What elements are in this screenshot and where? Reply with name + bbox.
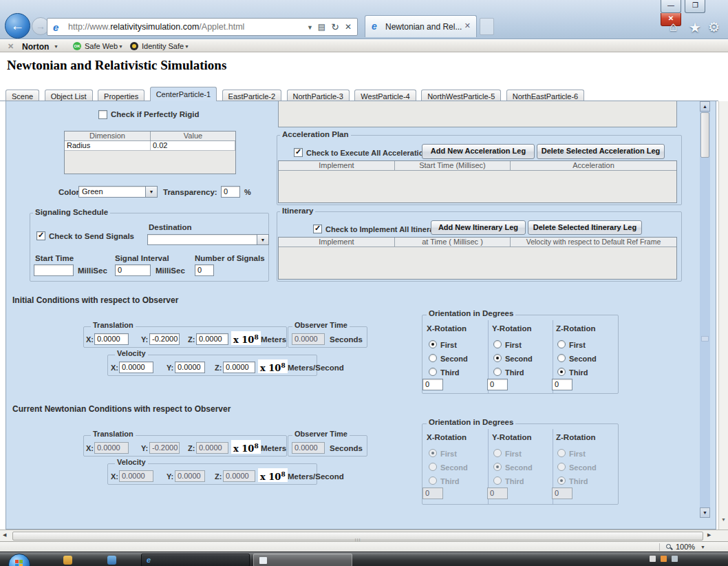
norton-toolbar: ✕ Norton ▼ OK Safe Web ▼ Identity Safe ▼ bbox=[0, 40, 728, 52]
restore-button[interactable]: ❐ bbox=[685, 0, 705, 13]
initial-z-rotation-field[interactable]: 0 bbox=[552, 379, 572, 390]
start-time-field[interactable] bbox=[34, 264, 74, 276]
browser-tab[interactable]: e Newtonian and Rel... ✕ bbox=[365, 15, 477, 37]
ie-favicon: e bbox=[53, 21, 58, 33]
table-row[interactable]: Radius 0.02 bbox=[65, 141, 235, 151]
implement-itineraries-checkbox[interactable] bbox=[313, 224, 322, 233]
tray-icon-1[interactable] bbox=[650, 556, 656, 562]
color-dropdown-arrow-icon[interactable]: ▼ bbox=[145, 187, 157, 197]
initial-y-first-radio[interactable] bbox=[493, 340, 502, 348]
initial-y-second-radio[interactable] bbox=[493, 354, 502, 362]
destination-dropdown[interactable]: ▼ bbox=[147, 234, 269, 245]
current-x-rotation-label: X-Rotation bbox=[427, 433, 467, 441]
current-vy-field: 0.0000 bbox=[175, 470, 205, 482]
minimize-button[interactable]: — bbox=[661, 0, 681, 13]
stop-icon[interactable]: ✕ bbox=[345, 22, 352, 32]
new-tab-button[interactable] bbox=[480, 18, 494, 35]
signal-interval-label: Signal Interval bbox=[115, 254, 169, 262]
horizontal-scroll-thumb[interactable]: ||| bbox=[12, 532, 703, 541]
taskbar-icon-2[interactable] bbox=[107, 556, 116, 565]
address-bar[interactable]: e http://www.relativitysimulation.com/Ap… bbox=[47, 18, 358, 36]
initial-y-third-radio[interactable] bbox=[493, 368, 502, 376]
zoom-level[interactable]: 100% bbox=[676, 543, 695, 551]
initial-tz-field[interactable]: 0.0000 bbox=[196, 333, 228, 345]
num-signals-field[interactable]: 0 bbox=[195, 264, 214, 276]
current-vz-label: Z: bbox=[215, 472, 222, 481]
initial-tx-field[interactable]: 0.0000 bbox=[94, 333, 129, 345]
current-y-first-radio bbox=[493, 449, 502, 457]
identity-safe-menu[interactable]: Identity Safe bbox=[142, 42, 184, 50]
scroll-up-icon[interactable]: ▲ bbox=[700, 101, 710, 112]
scroll-marker bbox=[701, 336, 709, 342]
horizontal-scrollbar[interactable]: ◀ ||| ▶ bbox=[0, 530, 728, 541]
initial-ty-field[interactable]: -0.2000 bbox=[149, 333, 180, 345]
norton-menu[interactable]: Norton bbox=[22, 42, 49, 52]
browser-scroll-down-icon[interactable]: ▼ bbox=[721, 517, 726, 522]
favorites-icon[interactable]: ★ bbox=[689, 19, 701, 36]
norton-caret-icon: ▼ bbox=[54, 44, 58, 49]
transparency-label: Transparency: bbox=[163, 188, 217, 196]
send-signals-label: Check to Send Signals bbox=[49, 232, 134, 240]
initial-vy-field[interactable]: 0.0000 bbox=[175, 361, 205, 373]
initial-vx-label: X: bbox=[111, 364, 118, 372]
vertical-scroll-thumb[interactable] bbox=[700, 112, 709, 158]
scroll-left-icon[interactable]: ◀ bbox=[3, 532, 6, 538]
transparency-field[interactable]: 0 bbox=[221, 186, 240, 198]
acceleration-table[interactable]: Implement Start Time (Millisec) Accelera… bbox=[278, 160, 677, 203]
color-dropdown[interactable]: Green ▼ bbox=[78, 186, 158, 198]
scroll-right-icon[interactable]: ▶ bbox=[707, 532, 711, 538]
execute-legs-checkbox[interactable] bbox=[294, 148, 303, 157]
norton-close-icon[interactable]: ✕ bbox=[8, 42, 14, 51]
safe-web-menu[interactable]: Safe Web bbox=[85, 42, 118, 50]
destination-dropdown-arrow-icon[interactable]: ▼ bbox=[257, 235, 268, 244]
home-icon[interactable]: ⌂ bbox=[670, 19, 677, 34]
applet-vertical-scrollbar[interactable]: ▲ ▼ bbox=[700, 101, 710, 518]
tray-icon-3[interactable] bbox=[672, 556, 678, 562]
initial-conditions-title: Initial Conditions with respect to Obser… bbox=[12, 295, 178, 305]
tab-centerparticle-1[interactable]: CenterParticle-1 bbox=[150, 87, 217, 101]
tab-close-icon[interactable]: ✕ bbox=[464, 21, 471, 30]
current-ty-field: -0.2000 bbox=[149, 442, 180, 454]
scroll-down-icon[interactable]: ▼ bbox=[700, 507, 710, 518]
initial-z-first-radio[interactable] bbox=[557, 340, 566, 348]
current-x-first-radio bbox=[429, 449, 437, 457]
tools-icon[interactable]: ⚙ bbox=[708, 19, 720, 35]
initial-vz-field[interactable]: 0.0000 bbox=[223, 361, 255, 373]
initial-ty-label: Y: bbox=[141, 335, 148, 344]
delete-itinerary-leg-button[interactable]: Delete Selected Itinerary Leg bbox=[528, 220, 642, 235]
taskbar-icon-1[interactable] bbox=[63, 556, 72, 565]
initial-translation-units: Meters bbox=[261, 335, 286, 344]
initial-y-rotation-field[interactable]: 0 bbox=[487, 379, 508, 390]
current-ty-label: Y: bbox=[141, 444, 148, 452]
initial-vx-field[interactable]: 0.0000 bbox=[119, 361, 153, 373]
tray-icon-2[interactable] bbox=[661, 556, 667, 562]
perfectly-rigid-checkbox[interactable] bbox=[98, 110, 107, 119]
initial-x-third-radio[interactable] bbox=[429, 368, 437, 376]
initial-x-rotation-field[interactable]: 0 bbox=[422, 379, 443, 390]
initial-tz-label: Z: bbox=[188, 335, 195, 344]
active-taskbar-button[interactable]: e bbox=[141, 554, 250, 566]
add-acceleration-leg-button[interactable]: Add New Acceleration Leg bbox=[422, 144, 535, 159]
compatibility-view-icon[interactable]: ▤ bbox=[318, 22, 325, 32]
initial-z-second-radio[interactable] bbox=[557, 354, 566, 362]
signal-interval-field[interactable]: 0 bbox=[115, 264, 151, 276]
dimension-table[interactable]: Dimension Value Radius 0.02 bbox=[64, 131, 236, 174]
start-button[interactable] bbox=[8, 554, 30, 566]
taskbar-button[interactable] bbox=[253, 554, 352, 566]
zoom-caret-icon[interactable]: ▼ bbox=[700, 545, 705, 549]
add-itinerary-leg-button[interactable]: Add New Itinerary Leg bbox=[431, 220, 526, 235]
browser-vertical-scrollbar[interactable]: ▼ bbox=[718, 101, 728, 530]
url-text[interactable]: http://www.relativitysimulation.com/Appl… bbox=[68, 22, 244, 32]
itinerary-table[interactable]: Implement at Time ( Millisec ) Velocity … bbox=[278, 237, 677, 280]
current-observer-time-label: Observer Time bbox=[292, 430, 350, 438]
back-button[interactable]: ← bbox=[5, 13, 30, 39]
applet-tab-strip: Scene Object List Properties CenterParti… bbox=[6, 87, 586, 101]
current-z-second-radio bbox=[557, 463, 566, 471]
delete-acceleration-leg-button[interactable]: Delete Selected Acceleration Leg bbox=[537, 144, 665, 159]
initial-x-second-radio[interactable] bbox=[429, 354, 437, 362]
refresh-icon[interactable]: ↻ bbox=[331, 21, 339, 32]
send-signals-checkbox[interactable] bbox=[36, 231, 45, 240]
initial-x-first-radio[interactable] bbox=[429, 340, 437, 348]
initial-z-third-radio[interactable] bbox=[557, 368, 566, 376]
url-dropdown-icon[interactable]: ▼ bbox=[307, 24, 313, 31]
